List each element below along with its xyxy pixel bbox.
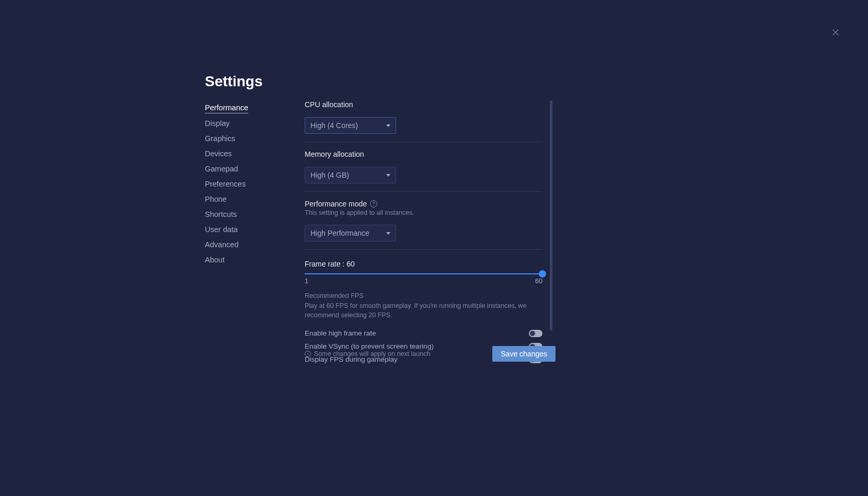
chevron-down-icon — [386, 124, 390, 127]
cpu-allocation-value: High (4 Cores) — [310, 121, 358, 130]
performance-mode-sublabel: This setting is applied to all instances… — [305, 209, 542, 216]
sidebar-item-user-data[interactable]: User data — [205, 225, 238, 235]
chevron-down-icon — [386, 232, 390, 235]
sidebar-item-phone[interactable]: Phone — [205, 195, 227, 204]
cpu-allocation-label: CPU allocation — [305, 100, 542, 109]
info-icon: i — [305, 351, 311, 357]
page-title: Settings — [205, 73, 262, 90]
sidebar-item-preferences[interactable]: Preferences — [205, 180, 246, 189]
settings-sidebar: Performance Display Graphics Devices Gam… — [205, 103, 288, 265]
sidebar-item-shortcuts[interactable]: Shortcuts — [205, 210, 237, 220]
close-button[interactable] — [829, 26, 842, 39]
high-frame-rate-toggle[interactable] — [529, 330, 542, 337]
performance-mode-label: Performance mode ? — [305, 200, 542, 208]
frame-rate-slider[interactable] — [305, 273, 542, 274]
frame-rate-label: Frame rate : 60 — [305, 260, 542, 268]
footer-note: i Some changes will apply on next launch — [305, 350, 430, 357]
sidebar-item-about[interactable]: About — [205, 256, 225, 265]
frame-rate-slider-range: 1 60 — [305, 278, 542, 285]
section-performance-mode: Performance mode ? This setting is appli… — [305, 200, 542, 250]
footer-note-text: Some changes will apply on next launch — [314, 350, 430, 357]
frame-rate-min: 1 — [305, 278, 308, 285]
sidebar-item-graphics[interactable]: Graphics — [205, 134, 235, 144]
settings-footer: i Some changes will apply on next launch… — [305, 346, 555, 362]
frame-rate-value: 60 — [346, 260, 355, 268]
recommended-fps-title: Recommended FPS — [305, 292, 542, 299]
performance-mode-value: High Performance — [310, 229, 369, 237]
chevron-down-icon — [386, 174, 390, 177]
frame-rate-max: 60 — [535, 278, 542, 285]
help-icon[interactable]: ? — [370, 200, 377, 207]
cpu-allocation-select[interactable]: High (4 Cores) — [305, 117, 396, 134]
section-cpu-allocation: CPU allocation High (4 Cores) — [305, 100, 542, 142]
settings-content: CPU allocation High (4 Cores) Memory all… — [305, 100, 542, 368]
sidebar-item-gamepad[interactable]: Gamepad — [205, 165, 238, 174]
high-frame-rate-label: Enable high frame rate — [305, 329, 376, 337]
memory-allocation-value: High (4 GB) — [310, 171, 349, 179]
memory-allocation-select[interactable]: High (4 GB) — [305, 167, 396, 183]
frame-rate-slider-thumb[interactable] — [539, 270, 546, 278]
performance-mode-label-text: Performance mode — [305, 200, 367, 208]
content-scrollbar[interactable] — [550, 100, 552, 330]
toggle-row-high-frame-rate: Enable high frame rate — [305, 329, 542, 337]
close-icon — [831, 28, 840, 37]
sidebar-item-advanced[interactable]: Advanced — [205, 240, 239, 250]
performance-mode-select[interactable]: High Performance — [305, 225, 396, 241]
recommended-fps-body: Play at 60 FPS for smooth gameplay. If y… — [305, 302, 542, 320]
sidebar-item-display[interactable]: Display — [205, 119, 230, 129]
save-changes-button[interactable]: Save changes — [492, 346, 555, 362]
frame-rate-label-prefix: Frame rate : — [305, 260, 346, 268]
memory-allocation-label: Memory allocation — [305, 150, 542, 158]
sidebar-item-performance[interactable]: Performance — [205, 103, 248, 113]
sidebar-item-devices[interactable]: Devices — [205, 149, 232, 159]
section-memory-allocation: Memory allocation High (4 GB) — [305, 150, 542, 192]
